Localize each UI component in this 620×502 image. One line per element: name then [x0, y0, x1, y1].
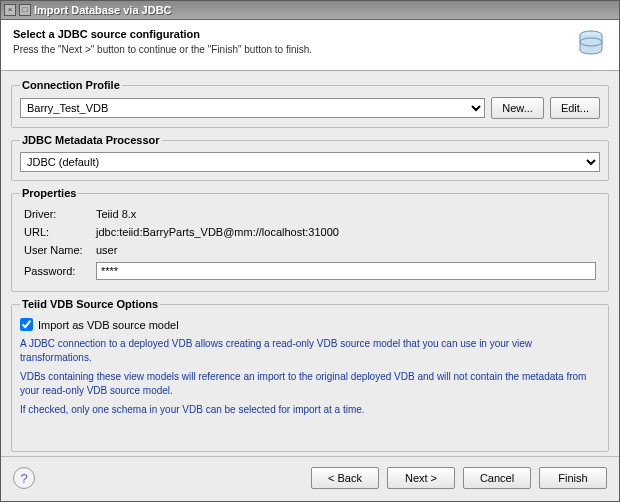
dialog-window: × □ Import Database via JDBC Select a JD… [0, 0, 620, 502]
import-as-vdb-checkbox[interactable] [20, 318, 33, 331]
url-value: jdbc:teiid:BarryParts_VDB@mm://localhost… [92, 223, 600, 241]
vdb-info-3: If checked, only one schema in your VDB … [20, 403, 600, 417]
wizard-content: Connection Profile Barry_Test_VDB New...… [1, 71, 619, 456]
window-close-icon[interactable]: × [4, 4, 16, 16]
back-button[interactable]: < Back [311, 467, 379, 489]
window-menu-icon[interactable]: □ [19, 4, 31, 16]
vdb-info-1: A JDBC connection to a deployed VDB allo… [20, 337, 600, 364]
finish-button[interactable]: Finish [539, 467, 607, 489]
password-label: Password: [20, 259, 92, 283]
connection-profile-group: Connection Profile Barry_Test_VDB New...… [11, 79, 609, 128]
driver-label: Driver: [20, 205, 92, 223]
cancel-button[interactable]: Cancel [463, 467, 531, 489]
banner-subtext: Press the "Next >" button to continue or… [13, 44, 312, 55]
next-button[interactable]: Next > [387, 467, 455, 489]
import-as-vdb-label: Import as VDB source model [38, 319, 179, 331]
metadata-processor-group: JDBC Metadata Processor JDBC (default) [11, 134, 609, 181]
window-title: Import Database via JDBC [34, 4, 172, 16]
vdb-info-2: VDBs containing these view models will r… [20, 370, 600, 397]
properties-legend: Properties [20, 187, 78, 199]
username-label: User Name: [20, 241, 92, 259]
driver-value: Teiid 8.x [92, 205, 600, 223]
username-value: user [92, 241, 600, 259]
help-icon[interactable]: ? [13, 467, 35, 489]
titlebar: × □ Import Database via JDBC [1, 1, 619, 20]
new-profile-button[interactable]: New... [491, 97, 544, 119]
banner-heading: Select a JDBC source configuration [13, 28, 312, 40]
edit-profile-button[interactable]: Edit... [550, 97, 600, 119]
properties-group: Properties Driver: Teiid 8.x URL: jdbc:t… [11, 187, 609, 292]
wizard-footer: ? < Back Next > Cancel Finish [1, 456, 619, 501]
password-field[interactable]: **** [96, 262, 596, 280]
url-label: URL: [20, 223, 92, 241]
vdb-options-group: Teiid VDB Source Options Import as VDB s… [11, 298, 609, 452]
connection-profile-legend: Connection Profile [20, 79, 122, 91]
vdb-options-legend: Teiid VDB Source Options [20, 298, 160, 310]
metadata-processor-legend: JDBC Metadata Processor [20, 134, 162, 146]
metadata-processor-select[interactable]: JDBC (default) [20, 152, 600, 172]
connection-profile-select[interactable]: Barry_Test_VDB [20, 98, 485, 118]
database-icon [575, 28, 607, 60]
wizard-banner: Select a JDBC source configuration Press… [1, 20, 619, 71]
